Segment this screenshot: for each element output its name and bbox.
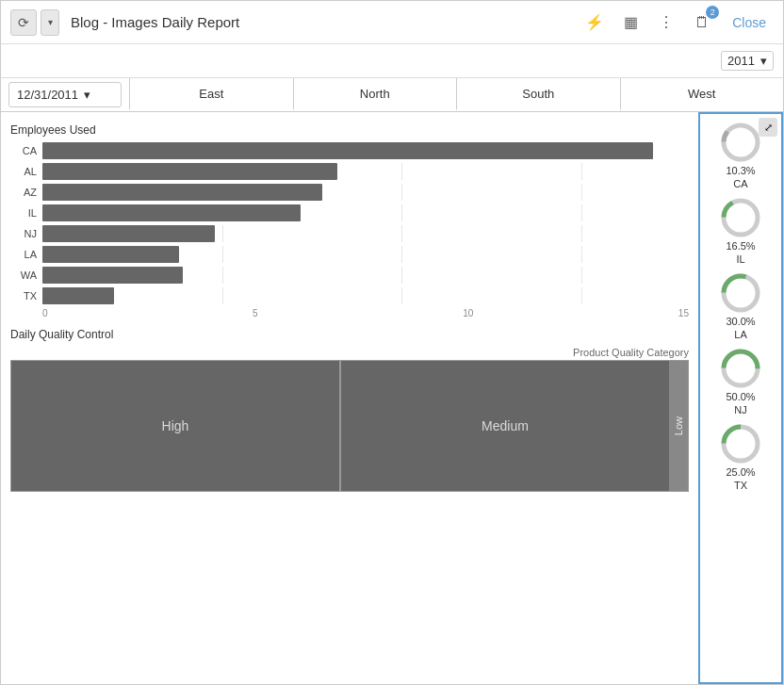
bar-track — [42, 142, 689, 159]
year-dropdown-icon: ▾ — [760, 54, 767, 68]
bar-row: NJ — [10, 225, 689, 242]
right-panel: ⤢10.3%CA16.5%IL30.0%LA50.0%NJ25.0%TX — [698, 112, 783, 684]
date-dropdown-icon: ▾ — [84, 88, 90, 102]
quality-chart: HighMediumLow — [10, 360, 689, 492]
gauge-state-label: CA — [733, 178, 747, 189]
bar-fill — [42, 142, 653, 159]
gauge-svg — [718, 120, 763, 165]
badge-count: 2 — [706, 6, 719, 19]
bar-track — [42, 267, 689, 284]
gauge-svg — [718, 195, 763, 240]
bar-label: AZ — [10, 187, 37, 198]
employees-bar-chart: CAALAZILNJLAWATX051015 — [10, 142, 689, 318]
expand-button[interactable]: ⤢ — [759, 118, 777, 137]
bar-track — [42, 163, 689, 180]
tab-bar: 12/31/2011 ▾ East North South West — [1, 78, 783, 112]
gauge-item: 16.5%IL — [718, 195, 763, 265]
close-button[interactable]: Close — [725, 11, 774, 34]
report-title: Blog - Images Daily Report — [71, 14, 581, 30]
gauge-state-label: TX — [734, 480, 747, 491]
tab-south[interactable]: South — [456, 78, 620, 111]
gauge-svg — [718, 421, 763, 466]
tab-east[interactable]: East — [129, 78, 293, 111]
year-value: 2011 — [727, 54, 755, 68]
gauge-state-label: NJ — [734, 404, 746, 416]
qc-category-label: Product Quality Category — [10, 347, 689, 358]
bar-fill — [42, 225, 215, 242]
quality-section-title: Daily Quality Control — [10, 328, 689, 341]
bar-track — [42, 204, 689, 221]
bar-row: AZ — [10, 184, 689, 201]
date-value: 12/31/2011 — [17, 88, 78, 102]
gauge-state-label: IL — [736, 253, 744, 265]
bar-track — [42, 225, 689, 242]
bar-fill — [42, 287, 114, 304]
gauge-item: 25.0%TX — [718, 421, 763, 491]
bar-fill — [42, 184, 322, 201]
gauge-svg — [718, 270, 763, 316]
qc-category-bar: High — [11, 361, 339, 491]
bar-row: TX — [10, 287, 689, 304]
gauge-pct-label: 50.0% — [726, 391, 755, 402]
bar-fill — [42, 267, 183, 284]
back-button[interactable]: ⟳ — [10, 9, 37, 36]
qc-category-bar: Medium — [339, 361, 669, 491]
gauge-item: 10.3%CA — [718, 120, 763, 189]
bar-row: AL — [10, 163, 689, 180]
bar-fill — [42, 163, 337, 180]
chart-x-axis: 051015 — [10, 308, 689, 318]
gauge-pct-label: 30.0% — [726, 316, 755, 327]
gauge-item: 30.0%LA — [718, 270, 763, 340]
svg-point-0 — [724, 125, 758, 159]
nav-dropdown[interactable]: ▾ — [41, 9, 59, 36]
left-panel: Employees Used CAALAZILNJLAWATX051015 Da… — [1, 112, 698, 684]
tab-north[interactable]: North — [293, 78, 457, 111]
more-icon[interactable]: ⋮ — [653, 9, 679, 36]
bar-label: WA — [10, 269, 37, 281]
qc-side-label: Low — [669, 361, 688, 491]
employees-section-title: Employees Used — [10, 123, 689, 137]
help-icon[interactable]: ⚡ — [581, 9, 608, 36]
gauge-item: 50.0%NJ — [718, 346, 763, 416]
tab-west[interactable]: West — [620, 78, 784, 111]
gauge-svg — [718, 346, 763, 391]
bar-label: AL — [10, 166, 37, 177]
bar-track — [42, 246, 689, 263]
main-content: Employees Used CAALAZILNJLAWATX051015 Da… — [1, 112, 783, 684]
header: ⟳ ▾ Blog - Images Daily Report ⚡ ▦ ⋮ 🗒 2… — [1, 1, 783, 44]
layout-icon[interactable]: ▦ — [617, 9, 644, 36]
qc-side-text: Low — [673, 416, 684, 435]
bar-row: IL — [10, 204, 689, 221]
date-picker[interactable]: 12/31/2011 ▾ — [8, 82, 122, 107]
gauge-pct-label: 16.5% — [726, 240, 755, 252]
bar-fill — [42, 204, 301, 221]
bar-row: CA — [10, 142, 689, 159]
bar-fill — [42, 246, 179, 263]
year-selector[interactable]: 2011 ▾ — [721, 51, 774, 71]
main-window: ⟳ ▾ Blog - Images Daily Report ⚡ ▦ ⋮ 🗒 2… — [0, 0, 784, 685]
bar-row: LA — [10, 246, 689, 263]
bar-label: TX — [10, 290, 37, 302]
gauge-pct-label: 25.0% — [726, 466, 755, 478]
bar-track — [42, 287, 689, 304]
header-actions: ⚡ ▦ ⋮ 🗒 2 Close — [581, 9, 774, 36]
bar-label: IL — [10, 207, 37, 219]
bar-label: CA — [10, 145, 37, 156]
bar-label: LA — [10, 249, 37, 260]
toolbar: 2011 ▾ — [1, 44, 783, 78]
header-nav: ⟳ ▾ — [10, 9, 59, 36]
bar-label: NJ — [10, 228, 37, 239]
gauge-pct-label: 10.3% — [726, 165, 755, 176]
bar-row: WA — [10, 267, 689, 284]
quality-section: Daily Quality Control Product Quality Ca… — [10, 328, 689, 492]
bar-track — [42, 184, 689, 201]
gauge-state-label: LA — [734, 329, 746, 340]
notes-icon[interactable]: 🗒 2 — [689, 9, 715, 36]
